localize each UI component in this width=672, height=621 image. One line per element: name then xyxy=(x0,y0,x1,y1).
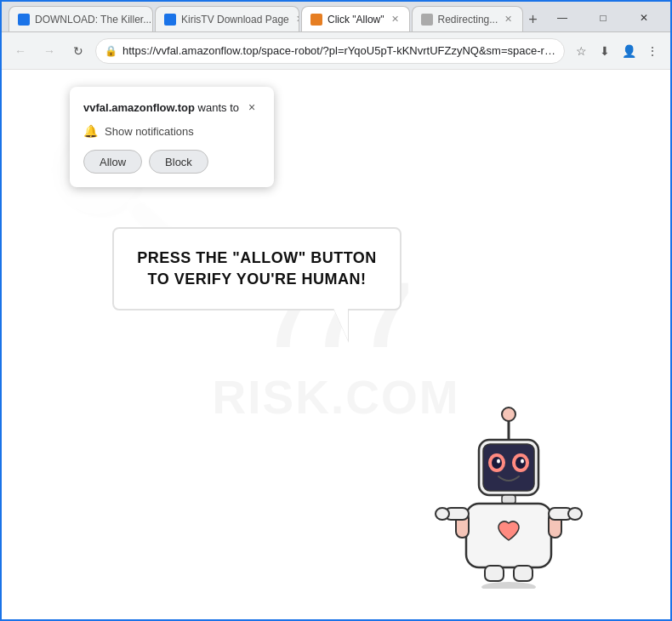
tab-1-favicon xyxy=(18,14,30,26)
watermark-text: RISK.COM xyxy=(213,370,460,424)
popup-buttons: Allow Block xyxy=(83,150,260,174)
close-window-button[interactable]: ✕ xyxy=(624,4,663,31)
maximize-button[interactable]: □ xyxy=(584,4,623,31)
popup-site-name: vvfal.amazonflow.top xyxy=(83,101,195,114)
robot-illustration xyxy=(432,402,585,589)
robot-svg xyxy=(432,402,585,589)
tab-4-label: Redirecting... xyxy=(438,14,498,26)
tab-3-label: Click "Allow" xyxy=(327,14,384,26)
speech-bubble: PRESS THE "ALLOW" BUTTON TO VERIFY YOU'R… xyxy=(112,227,401,310)
tab-1-label: DOWNLOAD: The Killer... xyxy=(35,14,151,26)
popup-title: vvfal.amazonflow.top wants to xyxy=(83,101,239,114)
tab-4[interactable]: Redirecting... ✕ xyxy=(412,6,524,31)
address-bar-row: ← → ↻ 🔒 https://vvfal.amazonflow.top/spa… xyxy=(2,32,670,70)
svg-rect-10 xyxy=(502,495,515,504)
speech-bubble-text: PRESS THE "ALLOW" BUTTON TO VERIFY YOU'R… xyxy=(134,248,379,290)
svg-point-20 xyxy=(481,582,536,589)
popup-notification-row: 🔔 Show notifications xyxy=(83,124,260,138)
svg-rect-18 xyxy=(485,566,504,581)
minimize-button[interactable]: — xyxy=(543,4,582,31)
popup-header: vvfal.amazonflow.top wants to × xyxy=(83,99,260,116)
bell-icon: 🔔 xyxy=(83,124,98,138)
tab-bar: DOWNLOAD: The Killer... ✕ KirisTV Downlo… xyxy=(2,2,670,32)
window-controls: — □ ✕ xyxy=(543,4,663,31)
back-button[interactable]: ← xyxy=(9,39,32,63)
address-box[interactable]: 🔒 https://vvfal.amazonflow.top/space-rob… xyxy=(95,38,565,64)
permission-popup: vvfal.amazonflow.top wants to × 🔔 Show n… xyxy=(70,87,274,187)
lock-icon: 🔒 xyxy=(105,45,117,57)
svg-point-1 xyxy=(502,407,515,421)
svg-point-16 xyxy=(436,508,449,520)
address-text: https://vvfal.amazonflow.top/space-robot… xyxy=(122,44,555,57)
tab-4-close[interactable]: ✕ xyxy=(503,13,514,26)
svg-point-17 xyxy=(568,508,582,520)
tab-3-favicon xyxy=(310,14,322,26)
allow-button[interactable]: Allow xyxy=(83,150,142,174)
tab-2-label: KirisTV Download Page xyxy=(181,14,289,26)
popup-notification-text: Show notifications xyxy=(105,125,194,138)
tab-2-favicon xyxy=(164,14,176,26)
svg-point-8 xyxy=(497,459,500,464)
svg-point-6 xyxy=(492,457,502,469)
forward-button[interactable]: → xyxy=(37,39,61,63)
tab-2[interactable]: KirisTV Download Page ✕ xyxy=(155,6,299,31)
tab-3-close[interactable]: ✕ xyxy=(390,13,401,26)
reload-button[interactable]: ↻ xyxy=(66,39,90,63)
new-tab-button[interactable]: + xyxy=(525,8,541,31)
bookmark-icon[interactable]: ☆ xyxy=(570,40,592,62)
block-button[interactable]: Block xyxy=(149,150,208,174)
download-icon[interactable]: ⬇ xyxy=(594,40,616,62)
popup-wants-to: wants to xyxy=(195,101,239,114)
profile-icon[interactable]: 👤 xyxy=(618,40,640,62)
toolbar-actions: ☆ ⬇ 👤 ⋮ xyxy=(570,40,663,62)
popup-close-button[interactable]: × xyxy=(243,99,260,116)
svg-point-7 xyxy=(515,457,526,469)
tab-2-close[interactable]: ✕ xyxy=(294,13,299,26)
tab-4-favicon xyxy=(421,14,433,26)
svg-point-9 xyxy=(521,459,524,464)
tab-3[interactable]: Click "Allow" ✕ xyxy=(301,6,410,31)
page-content: 🔍 777 RISK.COM vvfal.amazonflow.top want… xyxy=(2,70,670,621)
svg-rect-19 xyxy=(514,566,532,581)
tab-1[interactable]: DOWNLOAD: The Killer... ✕ xyxy=(9,6,153,31)
menu-icon[interactable]: ⋮ xyxy=(641,40,663,62)
